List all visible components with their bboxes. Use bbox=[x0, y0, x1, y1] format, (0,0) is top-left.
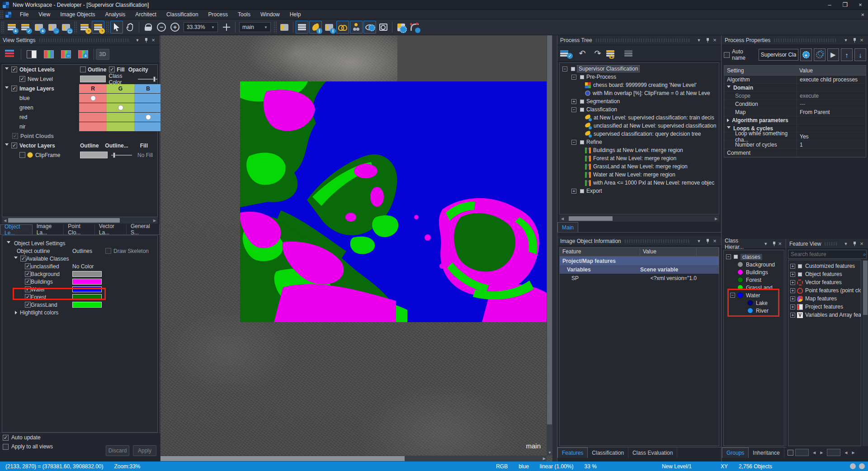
collapse-box[interactable]: − bbox=[562, 67, 567, 71]
tab-general-settings[interactable]: General S... bbox=[127, 224, 160, 234]
clipframe-checkbox[interactable] bbox=[19, 152, 25, 158]
restore-button[interactable]: ❐ bbox=[837, 0, 853, 10]
pixel-view-button[interactable]: i bbox=[309, 21, 322, 33]
process-node[interactable]: − Supervisor Classification bbox=[560, 65, 719, 73]
table-row[interactable]: Project/Map features bbox=[560, 257, 719, 265]
pin-icon[interactable] bbox=[853, 242, 856, 246]
process-node[interactable]: supervised classification: query decisio… bbox=[560, 130, 719, 138]
process-node[interactable]: chess board: 9999999 creating 'New Level… bbox=[560, 81, 719, 89]
class-item[interactable]: Background bbox=[724, 261, 784, 268]
collapse-box[interactable]: − bbox=[571, 107, 576, 112]
object-outline-row[interactable]: Object outline Outlines Draw Skeleton bbox=[2, 247, 157, 255]
collapse-icon[interactable] bbox=[5, 86, 9, 90]
tab-class-evaluation[interactable]: Class Evaluation bbox=[628, 447, 677, 458]
process-node[interactable]: + Export bbox=[560, 187, 719, 195]
open-workspace-button[interactable]: ◻ bbox=[60, 21, 72, 33]
edit-process-button[interactable] bbox=[814, 48, 826, 61]
object-info-button[interactable]: i bbox=[323, 21, 335, 33]
zoom-percent[interactable]: 33 % bbox=[579, 463, 602, 470]
process-node[interactable]: − Pre-Process bbox=[560, 73, 719, 81]
chevron-down-icon[interactable]: ▼ bbox=[763, 242, 769, 246]
close-icon[interactable]: × bbox=[777, 240, 783, 247]
property-group-row[interactable]: Domain bbox=[724, 84, 866, 92]
image-layers-checkbox[interactable]: ✓ bbox=[11, 86, 17, 91]
feature-group[interactable]: + Vector features bbox=[788, 278, 861, 286]
process-node[interactable]: Water at New Level: merge region bbox=[560, 171, 719, 179]
column-header[interactable]: Setting bbox=[724, 67, 797, 74]
collapse-icon[interactable] bbox=[5, 67, 9, 71]
pin-icon[interactable] bbox=[773, 242, 775, 246]
chevron-down-icon[interactable]: ▼ bbox=[695, 239, 703, 243]
expand-box[interactable]: + bbox=[790, 313, 795, 318]
show-classification-button[interactable] bbox=[336, 21, 349, 33]
feature-search-box[interactable]: ⌕ bbox=[788, 250, 867, 259]
class-item[interactable]: Forest bbox=[724, 276, 784, 284]
map-view-select[interactable]: main ▼ bbox=[239, 22, 271, 32]
layer-row-red[interactable]: red bbox=[2, 112, 157, 122]
save-project-button[interactable]: ✓ bbox=[19, 21, 32, 33]
import-scene-button[interactable]: → bbox=[46, 21, 59, 33]
channel-radio[interactable] bbox=[90, 95, 96, 101]
apply-button[interactable]: Apply bbox=[133, 445, 156, 456]
select-cursor-button[interactable] bbox=[110, 21, 123, 33]
process-node[interactable]: Forest at New Level: merge region bbox=[560, 154, 719, 162]
expand-box[interactable]: + bbox=[571, 99, 576, 104]
channel-radio[interactable] bbox=[146, 114, 151, 120]
collapse-icon[interactable] bbox=[5, 143, 9, 147]
available-classes-checkbox[interactable]: ✓ bbox=[20, 256, 26, 262]
new-level-checkbox[interactable]: ✓ bbox=[19, 76, 25, 82]
menu-architect[interactable]: Architect bbox=[130, 10, 161, 19]
channel-cell[interactable] bbox=[134, 103, 162, 112]
add-level-button[interactable] bbox=[3, 48, 18, 61]
move-down-button[interactable]: ↓ bbox=[854, 48, 866, 61]
expand-box[interactable]: + bbox=[790, 280, 795, 285]
zoom-level-select[interactable]: 33.33% ▼ bbox=[184, 22, 218, 32]
process-node[interactable]: − Classfication bbox=[560, 105, 719, 114]
column-header[interactable]: Value bbox=[797, 67, 816, 74]
property-group-row[interactable]: Algorithm parameters bbox=[724, 116, 866, 124]
class-item[interactable]: Buildings bbox=[724, 268, 784, 276]
channel-cell[interactable] bbox=[107, 94, 134, 103]
menu-classification[interactable]: Classification bbox=[161, 10, 203, 19]
mix-layer-view-button[interactable] bbox=[41, 48, 57, 61]
chevron-down-icon[interactable]: ▼ bbox=[695, 38, 703, 43]
edit-polygon-button[interactable] bbox=[408, 21, 421, 33]
class-hierarchy-button[interactable] bbox=[350, 21, 363, 33]
spin-right-icon[interactable]: ▶ bbox=[818, 451, 825, 455]
list-history-button[interactable]: ◔ bbox=[92, 21, 104, 33]
classes-root-row[interactable]: − classes bbox=[724, 253, 784, 261]
property-row[interactable]: Algorithm execute child processes bbox=[724, 76, 866, 84]
class-color-swatch[interactable] bbox=[80, 76, 106, 82]
discard-button[interactable]: Discard bbox=[106, 445, 129, 456]
close-icon[interactable]: × bbox=[858, 240, 865, 247]
close-icon[interactable]: × bbox=[150, 37, 157, 43]
zoom-area-button[interactable] bbox=[142, 21, 154, 33]
save-ruleset-button[interactable]: ✓ bbox=[560, 47, 574, 60]
menu-help[interactable]: Help bbox=[285, 10, 306, 19]
collapse-box[interactable]: − bbox=[571, 140, 576, 145]
channel-cell[interactable] bbox=[134, 94, 162, 103]
property-row[interactable]: Scope execute bbox=[724, 92, 866, 100]
chevron-down-icon[interactable]: ▼ bbox=[842, 242, 849, 246]
feature-view-vscrollbar[interactable] bbox=[863, 260, 868, 446]
spin-left-icon[interactable]: ◀ bbox=[842, 451, 849, 455]
expand-icon[interactable] bbox=[727, 119, 729, 122]
highlight-colors-row[interactable]: Hightlight colors bbox=[2, 309, 157, 316]
process-node[interactable]: unclassified at New Level: supervised cl… bbox=[560, 122, 719, 130]
scroll-left-icon[interactable]: ◀ bbox=[2, 219, 8, 223]
single-layer-view-button[interactable] bbox=[24, 48, 39, 61]
tab-main[interactable]: Main bbox=[557, 222, 578, 232]
spin-left-icon[interactable]: ◀ bbox=[811, 451, 818, 455]
tab-point-clouds[interactable]: Point Clo... bbox=[64, 224, 94, 234]
class-row-background[interactable]: ✓ Background bbox=[2, 270, 157, 278]
expand-icon[interactable] bbox=[15, 311, 17, 314]
class-checkbox[interactable]: ✓ bbox=[25, 263, 31, 269]
color-mode[interactable]: RGB bbox=[491, 463, 513, 470]
feature-group[interactable]: + Project features bbox=[788, 303, 861, 311]
collapse-icon[interactable] bbox=[14, 257, 18, 261]
channel-cell[interactable] bbox=[107, 113, 134, 122]
chevron-down-icon[interactable]: ▼ bbox=[842, 38, 849, 43]
zoom-in-button[interactable]: + bbox=[169, 21, 181, 33]
map-viewer[interactable]: main ▼ ▶ bbox=[160, 35, 552, 461]
grid-settings-button[interactable] bbox=[395, 21, 407, 33]
